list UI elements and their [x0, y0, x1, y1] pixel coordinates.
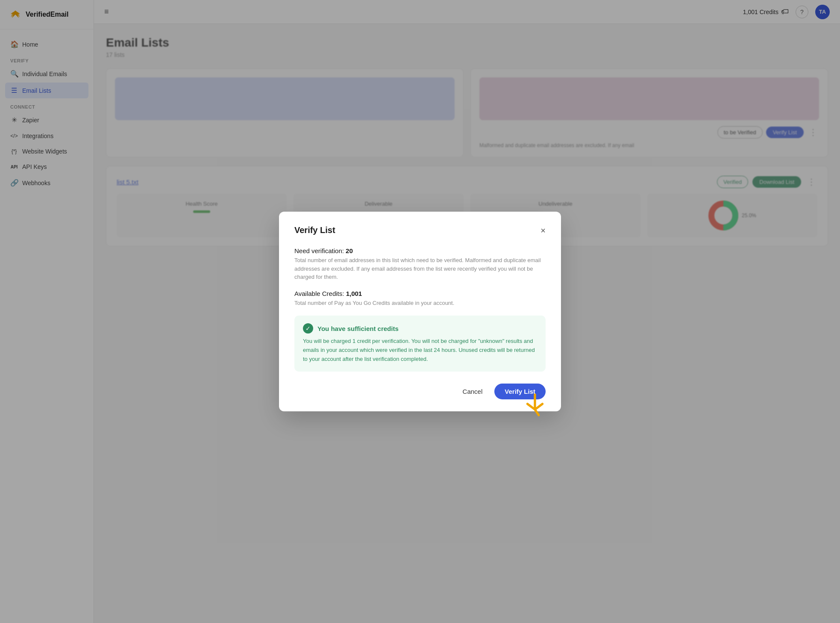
success-title: You have sufficient credits: [317, 325, 399, 332]
need-verification-desc: Total number of email addresses in this …: [294, 256, 546, 281]
success-check-icon: ✓: [303, 323, 313, 334]
need-verification-label: Need verification: 20: [294, 247, 546, 254]
available-credits-desc: Total number of Pay as You Go Credits av…: [294, 299, 546, 307]
cancel-button[interactable]: Cancel: [458, 384, 488, 399]
verify-list-modal: Verify List × Need verification: 20 Tota…: [279, 212, 561, 411]
modal-close-button[interactable]: ×: [540, 226, 546, 235]
success-body: You will be charged 1 credit per verific…: [303, 337, 537, 363]
modal-overlay: Verify List × Need verification: 20 Tota…: [0, 0, 840, 623]
modal-header: Verify List ×: [294, 225, 546, 235]
verify-list-button[interactable]: Verify List: [494, 384, 546, 399]
success-box-header: ✓ You have sufficient credits: [303, 323, 537, 334]
close-icon: ×: [540, 226, 546, 235]
modal-footer: Cancel Verify List: [294, 384, 546, 399]
need-verification-row: Need verification: 20 Total number of em…: [294, 247, 546, 281]
available-credits-label: Available Credits: 1,001: [294, 290, 546, 297]
success-box: ✓ You have sufficient credits You will b…: [294, 316, 546, 371]
modal-title: Verify List: [294, 225, 335, 235]
available-credits-row: Available Credits: 1,001 Total number of…: [294, 290, 546, 307]
